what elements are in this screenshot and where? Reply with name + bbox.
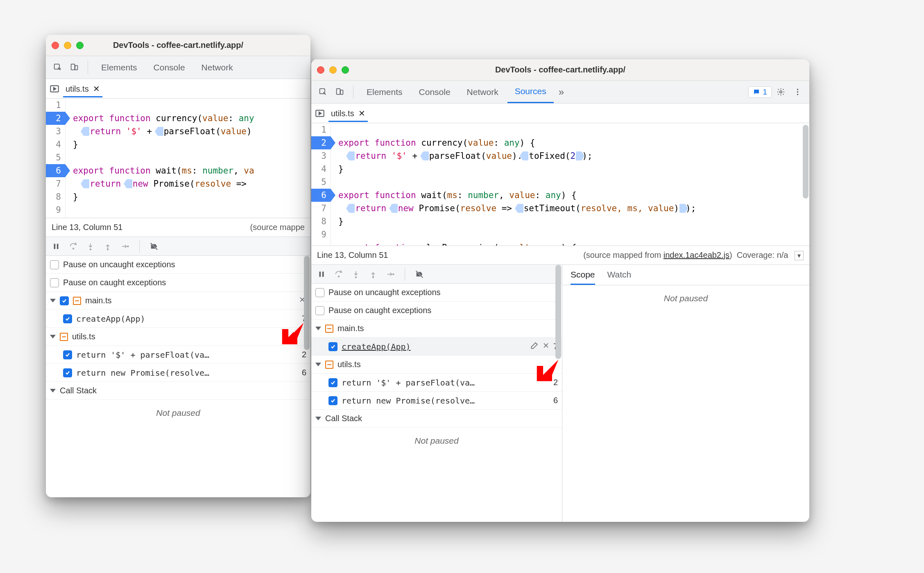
tab-elements[interactable]: Elements [94, 59, 145, 77]
issues-badge[interactable]: 1 [748, 86, 772, 98]
close-tab-icon[interactable]: ✕ [93, 84, 100, 94]
scrollbar[interactable] [555, 265, 561, 359]
close-window-button[interactable] [52, 42, 59, 49]
coverage-toggle-icon[interactable]: ▾ [795, 251, 804, 260]
kebab-menu-icon[interactable] [790, 85, 805, 99]
tab-scope[interactable]: Scope [571, 270, 595, 285]
bp-checkbox[interactable] [63, 368, 72, 377]
file-icon [325, 361, 333, 369]
deactivate-breakpoints-icon[interactable] [147, 239, 161, 253]
step-into-icon[interactable] [84, 239, 97, 253]
scrollbar[interactable] [803, 125, 808, 199]
svg-point-8 [73, 248, 74, 249]
minimize-window-button[interactable] [64, 42, 71, 49]
checkbox-pause-uncaught[interactable] [315, 288, 324, 297]
code-editor[interactable]: 1234 56789 export function currency(valu… [311, 123, 809, 246]
bp-item[interactable]: return '$' + parseFloat(va… 2 [46, 346, 310, 364]
deactivate-breakpoints-icon[interactable] [412, 267, 426, 281]
bp-item[interactable]: return new Promise(resolve… 6 [46, 364, 310, 382]
expand-caret-icon[interactable] [315, 363, 321, 366]
svg-rect-14 [340, 90, 343, 95]
remove-breakpoint-icon[interactable] [542, 341, 550, 352]
bp-item[interactable]: createApp(App) 7 [46, 310, 310, 328]
bp-checkbox[interactable] [63, 314, 72, 323]
group-checkbox[interactable] [60, 296, 69, 305]
bp-item[interactable]: return new Promise(resolve… 6 [311, 392, 562, 410]
step-over-icon[interactable] [332, 267, 346, 281]
bp-label: return new Promise(resolve… [76, 368, 209, 378]
expand-caret-icon[interactable] [50, 389, 56, 393]
maximize-window-button[interactable] [342, 66, 349, 74]
step-over-icon[interactable] [66, 239, 80, 253]
bp-group-main[interactable]: main.ts [311, 320, 562, 338]
gutter[interactable]: 1234 56789 [46, 99, 66, 218]
checkbox-pause-caught[interactable] [315, 306, 324, 315]
debugger-panes: Pause on uncaught exceptions Pause on ca… [311, 265, 809, 522]
edit-breakpoint-icon[interactable] [530, 341, 539, 352]
devtools-toolbar: Elements Console Network Sources » 1 [311, 81, 809, 104]
call-stack-header[interactable]: Call Stack [46, 382, 310, 400]
expand-caret-icon[interactable] [50, 335, 56, 338]
settings-icon[interactable] [773, 85, 788, 99]
bp-checkbox[interactable] [328, 396, 337, 405]
pause-icon[interactable] [49, 239, 63, 253]
scrollbar[interactable] [304, 256, 310, 350]
tab-network[interactable]: Network [194, 59, 240, 77]
step-out-icon[interactable] [101, 239, 115, 253]
checkbox-pause-caught[interactable] [50, 278, 59, 287]
bp-file-label: utils.ts [337, 360, 361, 369]
bp-checkbox[interactable] [63, 350, 72, 359]
bp-label: return new Promise(resolve… [342, 396, 475, 406]
step-out-icon[interactable] [366, 267, 380, 281]
bp-label: createApp(App) [342, 342, 411, 352]
bp-checkbox[interactable] [328, 378, 337, 387]
bp-group-main[interactable]: main.ts [46, 292, 310, 310]
device-toolbar-icon[interactable] [332, 85, 347, 99]
bp-item[interactable]: createApp(App) 7 [311, 338, 562, 356]
tab-sources[interactable]: Sources [507, 81, 554, 103]
debugger-toolbar [311, 265, 562, 284]
close-window-button[interactable] [317, 66, 324, 74]
navigator-toggle-icon[interactable] [315, 108, 325, 119]
step-icon[interactable] [383, 267, 397, 281]
close-tab-icon[interactable]: ✕ [358, 108, 365, 118]
editor-statusbar: Line 13, Column 51 (source mapped from i… [311, 246, 809, 265]
bp-group-utils[interactable]: utils.ts [46, 328, 310, 346]
tab-elements[interactable]: Elements [359, 83, 410, 101]
source-map-link[interactable]: index.1ac4eab2.js [664, 250, 729, 259]
maximize-window-button[interactable] [76, 42, 84, 49]
file-tab-utils[interactable]: utils.ts ✕ [328, 104, 368, 122]
code-editor[interactable]: 1234 56789 export function currency(valu… [46, 99, 310, 218]
source-text[interactable]: export function currency(value: any retu… [66, 99, 310, 218]
not-paused-label: Not paused [311, 428, 562, 450]
bp-label: createApp(App) [76, 314, 145, 324]
bp-group-utils[interactable]: utils.ts [311, 356, 562, 374]
expand-caret-icon[interactable] [50, 299, 56, 302]
step-into-icon[interactable] [349, 267, 363, 281]
tab-console[interactable]: Console [412, 83, 458, 101]
tab-network[interactable]: Network [460, 83, 506, 101]
inspect-element-icon[interactable] [50, 61, 65, 74]
tab-watch[interactable]: Watch [607, 270, 632, 285]
tab-console[interactable]: Console [146, 59, 192, 77]
checkbox-pause-uncaught[interactable] [50, 260, 59, 269]
expand-caret-icon[interactable] [315, 327, 321, 330]
svg-point-23 [356, 276, 357, 277]
more-tabs-icon[interactable]: » [555, 84, 567, 100]
bp-line: 2 [302, 350, 306, 359]
file-tab-utils[interactable]: utils.ts ✕ [63, 80, 102, 97]
minimize-window-button[interactable] [329, 66, 337, 74]
bp-item[interactable]: return '$' + parseFloat(va… 2 [311, 374, 562, 392]
step-icon[interactable] [118, 239, 132, 253]
device-toolbar-icon[interactable] [67, 61, 82, 74]
source-text[interactable]: export function currency(value: any) { r… [331, 123, 809, 246]
bp-checkbox[interactable] [328, 342, 337, 351]
pause-icon[interactable] [315, 267, 328, 281]
svg-point-16 [797, 89, 799, 90]
call-stack-header[interactable]: Call Stack [311, 410, 562, 428]
inspect-element-icon[interactable] [315, 85, 331, 99]
expand-caret-icon[interactable] [315, 417, 321, 420]
navigator-toggle-icon[interactable] [49, 83, 60, 94]
coverage-label: Coverage: n/a [737, 250, 788, 259]
gutter[interactable]: 1234 56789 [311, 123, 331, 246]
